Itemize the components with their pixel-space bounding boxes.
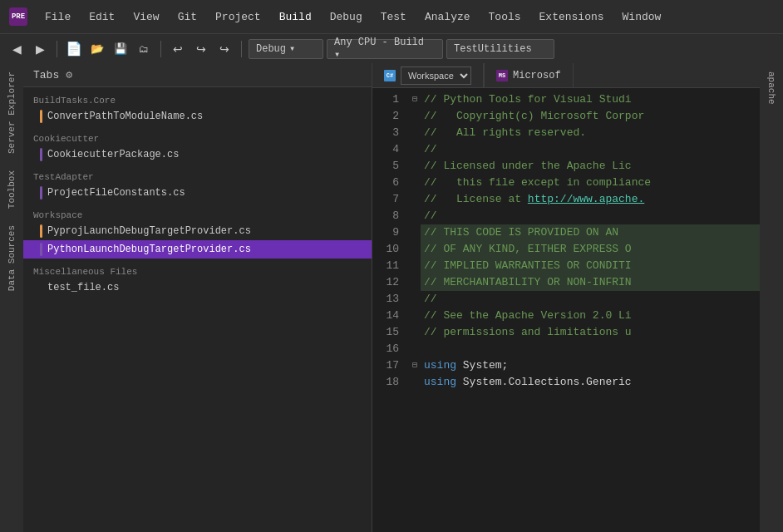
list-item[interactable]: test_file.cs xyxy=(23,278,372,297)
editor-tab-workspace[interactable]: C# Workspace xyxy=(372,63,484,87)
tabs-title: Tabs xyxy=(33,69,59,81)
apache-link[interactable]: http://www.apache. xyxy=(528,193,644,205)
fold-btn xyxy=(409,158,421,175)
section-cookiecutter: Cookiecutter CookiecutterPackage.cs xyxy=(23,131,372,164)
new-file-button[interactable]: 📄 xyxy=(64,39,84,59)
code-line xyxy=(421,341,760,357)
fold-btn xyxy=(409,341,421,357)
sep2 xyxy=(160,41,161,57)
fold-btn xyxy=(409,324,421,341)
menu-edit[interactable]: Edit xyxy=(81,7,123,27)
sidebar-item-toolbox[interactable]: Toolbox xyxy=(2,162,21,217)
file-bar-icon xyxy=(40,186,42,200)
section-header-cookiecutter: Cookiecutter xyxy=(23,131,372,145)
side-panel-left: Server Explorer Toolbox Data Sources xyxy=(0,63,23,532)
line-num: 5 xyxy=(379,158,399,175)
menu-tools[interactable]: Tools xyxy=(480,7,529,27)
forward-button[interactable]: ▶ xyxy=(30,39,50,59)
tabs-header: Tabs ⚙ xyxy=(23,63,372,87)
menu-debug[interactable]: Debug xyxy=(322,7,371,27)
save-button[interactable]: 💾 xyxy=(111,39,130,59)
save-all-button[interactable]: 🗂 xyxy=(134,39,154,59)
app-logo: PRE xyxy=(9,7,27,26)
menu-view[interactable]: View xyxy=(125,7,167,27)
file-label: ProjectFileConstants.cs xyxy=(47,187,362,199)
fold-gutter: ⊟ ⊟ xyxy=(409,88,421,532)
fold-btn xyxy=(409,374,421,391)
redo2-button[interactable]: ↪ xyxy=(214,39,234,59)
menu-test[interactable]: Test xyxy=(372,7,415,27)
code-line: // See the Apache Version 2.0 Li xyxy=(421,308,760,324)
code-line: // xyxy=(421,141,760,158)
line-num: 9 xyxy=(379,224,399,241)
file-bar-icon xyxy=(40,110,42,123)
menu-analyze[interactable]: Analyze xyxy=(416,7,479,27)
code-line: // MERCHANTABILITY OR NON-INFRIN xyxy=(421,274,760,291)
platform-dropdown[interactable]: Any CPU - Build ▾ xyxy=(327,39,443,59)
undo-button[interactable]: ↩ xyxy=(168,39,188,59)
csharp-icon: C# xyxy=(384,70,396,81)
fold-btn xyxy=(409,108,421,125)
file-label: PyprojLaunchDebugTargetProvider.cs xyxy=(47,225,362,237)
microsof-label: Microsof xyxy=(513,70,561,81)
config-dropdown[interactable]: Debug ▾ xyxy=(249,39,323,59)
line-num: 18 xyxy=(379,374,399,391)
section-workspace: Workspace PyprojLaunchDebugTargetProvide… xyxy=(23,207,372,259)
list-item-active[interactable]: PythonLaunchDebugTargetProvider.cs xyxy=(23,240,372,259)
file-bar-icon xyxy=(40,148,42,161)
line-numbers: 1 2 3 4 5 6 7 8 9 10 11 12 13 14 15 16 1… xyxy=(372,88,409,532)
code-line: using System.Collections.Generic xyxy=(421,374,760,391)
toolbar: ◀ ▶ 📄 📂 💾 🗂 ↩ ↪ ↪ Debug ▾ Any CPU - Buil… xyxy=(0,33,783,63)
menu-git[interactable]: Git xyxy=(170,7,205,27)
fold-btn[interactable]: ⊟ xyxy=(409,357,421,374)
code-line: using System; xyxy=(421,357,760,374)
line-num: 8 xyxy=(379,208,399,224)
sidebar-item-server-explorer[interactable]: Server Explorer xyxy=(2,63,21,162)
file-label: PythonLaunchDebugTargetProvider.cs xyxy=(47,244,362,255)
section-misc: Miscellaneous Files test_file.cs xyxy=(23,264,372,297)
section-header-testadapter: TestAdapter xyxy=(23,169,372,184)
line-num: 10 xyxy=(379,241,399,258)
code-line: // License at http://www.apache. xyxy=(421,191,760,208)
section-header-workspace: Workspace xyxy=(23,207,372,222)
code-line: // permissions and limitations u xyxy=(421,324,760,341)
list-item[interactable]: ConvertPathToModuleName.cs xyxy=(23,107,372,126)
file-label: ConvertPathToModuleName.cs xyxy=(47,111,362,122)
open-button[interactable]: 📂 xyxy=(87,39,107,59)
startup-dropdown[interactable]: TestUtilities xyxy=(446,39,554,59)
menu-project[interactable]: Project xyxy=(207,7,269,27)
list-item[interactable]: CookiecutterPackage.cs xyxy=(23,145,372,164)
section-testadapter: TestAdapter ProjectFileConstants.cs xyxy=(23,169,372,202)
main-layout: Server Explorer Toolbox Data Sources Tab… xyxy=(0,63,783,532)
section-header-buildtasks: BuildTasks.Core xyxy=(23,92,372,107)
menu-build[interactable]: Build xyxy=(271,7,320,27)
code-line: // xyxy=(421,291,760,308)
code-line: // xyxy=(421,208,760,224)
fold-btn[interactable]: ⊟ xyxy=(409,91,421,108)
fold-btn xyxy=(409,224,421,241)
back-button[interactable]: ◀ xyxy=(7,39,27,59)
sidebar-item-data-sources[interactable]: Data Sources xyxy=(2,217,21,299)
menu-file[interactable]: File xyxy=(37,7,79,27)
menu-extensions[interactable]: Extensions xyxy=(531,7,613,27)
list-item[interactable]: PyprojLaunchDebugTargetProvider.cs xyxy=(23,222,372,240)
section-buildtasks: BuildTasks.Core ConvertPathToModuleName.… xyxy=(23,92,372,126)
list-item[interactable]: ProjectFileConstants.cs xyxy=(23,184,372,202)
gear-icon[interactable]: ⚙ xyxy=(66,68,72,81)
redo-button[interactable]: ↪ xyxy=(191,39,211,59)
file-label: CookiecutterPackage.cs xyxy=(47,149,362,160)
workspace-dropdown[interactable]: Workspace xyxy=(401,66,471,85)
code-line: // this file except in compliance xyxy=(421,175,760,191)
file-tabs-panel: Tabs ⚙ BuildTasks.Core ConvertPathToModu… xyxy=(23,63,372,532)
sep1 xyxy=(57,41,57,57)
app-icon: PRE xyxy=(7,5,30,28)
line-num: 3 xyxy=(379,125,399,141)
fold-btn xyxy=(409,208,421,224)
code-content[interactable]: // Python Tools for Visual Studi // Copy… xyxy=(421,88,760,532)
code-line: // OF ANY KIND, EITHER EXPRESS O xyxy=(421,241,760,258)
editor-panel: C# Workspace MS Microsof 1 2 3 4 5 6 7 xyxy=(372,63,760,532)
fold-btn xyxy=(409,291,421,308)
menu-window[interactable]: Window xyxy=(614,7,670,27)
editor-tab-microsoft[interactable]: MS Microsof xyxy=(484,63,574,87)
apache-tab[interactable]: apache xyxy=(762,63,781,113)
